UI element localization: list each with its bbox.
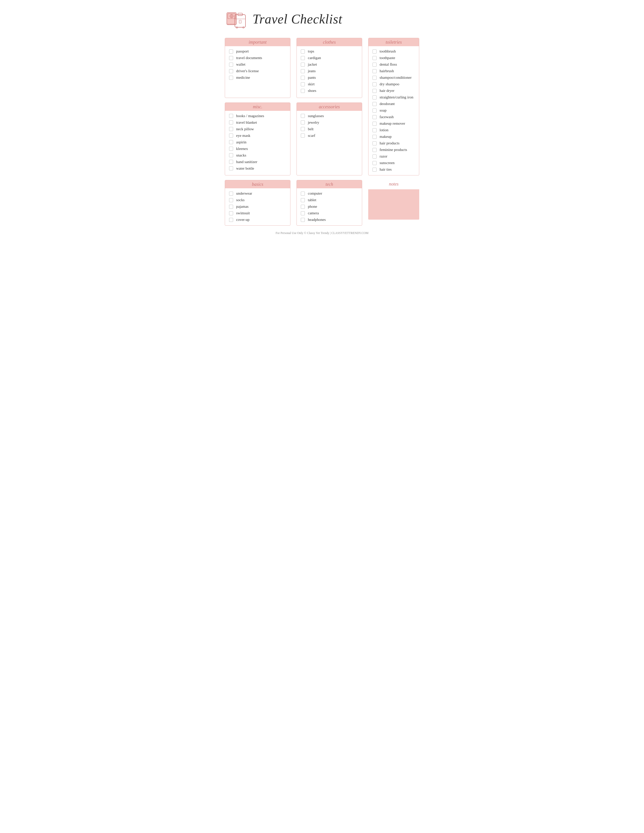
list-item[interactable]: jacket	[301, 62, 358, 67]
checkbox[interactable]	[229, 133, 233, 138]
list-item[interactable]: skirt	[301, 82, 358, 86]
list-item[interactable]: jeans	[301, 69, 358, 73]
checkbox[interactable]	[229, 140, 233, 144]
checkbox[interactable]	[301, 121, 305, 124]
checkbox[interactable]	[301, 56, 305, 60]
checkbox[interactable]	[372, 115, 377, 119]
checkbox[interactable]	[229, 127, 233, 131]
list-item[interactable]: facewash	[372, 115, 415, 119]
checkbox[interactable]	[301, 198, 305, 202]
checkbox[interactable]	[372, 69, 377, 73]
notes-body[interactable]	[368, 189, 419, 220]
checkbox[interactable]	[301, 69, 305, 73]
list-item[interactable]: sunscreen	[372, 161, 415, 165]
list-item[interactable]: hand sanitizer	[229, 160, 286, 164]
list-item[interactable]: driver's license	[229, 69, 286, 73]
checkbox[interactable]	[229, 147, 233, 151]
list-item[interactable]: deodorant	[372, 102, 415, 106]
list-item[interactable]: sunglasses	[301, 114, 358, 118]
checkbox[interactable]	[229, 166, 233, 170]
checkbox[interactable]	[301, 76, 305, 80]
list-item[interactable]: hair ties	[372, 167, 415, 172]
checkbox[interactable]	[372, 135, 377, 139]
list-item[interactable]: kleenex	[229, 147, 286, 151]
list-item[interactable]: hairbrush	[372, 69, 415, 73]
checkbox[interactable]	[301, 114, 305, 118]
list-item[interactable]: scarf	[301, 133, 358, 138]
checkbox[interactable]	[372, 109, 377, 113]
checkbox[interactable]	[301, 133, 305, 138]
checkbox[interactable]	[301, 50, 305, 53]
checkbox[interactable]	[229, 218, 233, 222]
checkbox[interactable]	[372, 56, 377, 60]
list-item[interactable]: passport	[229, 49, 286, 53]
list-item[interactable]: cardigan	[301, 56, 358, 60]
list-item[interactable]: tops	[301, 49, 358, 53]
checkbox[interactable]	[229, 198, 233, 202]
checkbox[interactable]	[301, 218, 305, 222]
checkbox[interactable]	[229, 211, 233, 215]
list-item[interactable]: belt	[301, 127, 358, 131]
list-item[interactable]: tablet	[301, 198, 358, 202]
checkbox[interactable]	[372, 63, 377, 67]
checkbox[interactable]	[372, 128, 377, 132]
list-item[interactable]: medicine	[229, 76, 286, 80]
list-item[interactable]: soap	[372, 108, 415, 113]
list-item[interactable]: swimsuit	[229, 211, 286, 215]
list-item[interactable]: phone	[301, 204, 358, 209]
checkbox[interactable]	[372, 76, 377, 80]
list-item[interactable]: pants	[301, 76, 358, 80]
list-item[interactable]: dry shampoo	[372, 82, 415, 86]
list-item[interactable]: aspirin	[229, 140, 286, 145]
list-item[interactable]: dental floss	[372, 62, 415, 67]
checkbox[interactable]	[229, 205, 233, 209]
list-item[interactable]: lotion	[372, 128, 415, 132]
list-item[interactable]: hair products	[372, 141, 415, 145]
list-item[interactable]: feminine products	[372, 148, 415, 152]
list-item[interactable]: wallet	[229, 62, 286, 67]
checkbox[interactable]	[372, 167, 377, 172]
list-item[interactable]: pajamas	[229, 204, 286, 209]
list-item[interactable]: hair dryer	[372, 88, 415, 93]
list-item[interactable]: eye mask	[229, 133, 286, 138]
checkbox[interactable]	[301, 127, 305, 131]
checkbox[interactable]	[372, 82, 377, 86]
list-item[interactable]: headphones	[301, 217, 358, 222]
checkbox[interactable]	[301, 89, 305, 93]
list-item[interactable]: makeup	[372, 135, 415, 139]
list-item[interactable]: travel blanket	[229, 121, 286, 125]
list-item[interactable]: travel documents	[229, 56, 286, 60]
list-item[interactable]: water bottle	[229, 166, 286, 170]
checkbox[interactable]	[301, 82, 305, 86]
list-item[interactable]: shampoo/conditioner	[372, 76, 415, 80]
checkbox[interactable]	[372, 122, 377, 126]
checkbox[interactable]	[372, 148, 377, 152]
checkbox[interactable]	[229, 121, 233, 124]
checkbox[interactable]	[229, 76, 233, 80]
list-item[interactable]: books / magazines	[229, 114, 286, 118]
checkbox[interactable]	[229, 153, 233, 157]
checkbox[interactable]	[372, 102, 377, 106]
checkbox[interactable]	[229, 114, 233, 118]
list-item[interactable]: shoes	[301, 88, 358, 93]
checkbox[interactable]	[229, 50, 233, 53]
checkbox[interactable]	[229, 63, 233, 67]
checkbox[interactable]	[372, 50, 377, 53]
checkbox[interactable]	[372, 154, 377, 159]
checkbox[interactable]	[372, 161, 377, 165]
list-item[interactable]: razor	[372, 154, 415, 159]
list-item[interactable]: computer	[301, 191, 358, 196]
checkbox[interactable]	[301, 63, 305, 67]
list-item[interactable]: straighten/curling iron	[372, 95, 415, 100]
list-item[interactable]: snacks	[229, 153, 286, 158]
checkbox[interactable]	[301, 211, 305, 215]
checkbox[interactable]	[229, 191, 233, 196]
list-item[interactable]: jewelry	[301, 121, 358, 125]
checkbox[interactable]	[229, 56, 233, 60]
list-item[interactable]: makeup remover	[372, 121, 415, 126]
checkbox[interactable]	[229, 69, 233, 73]
checkbox[interactable]	[372, 95, 377, 100]
list-item[interactable]: toothpaste	[372, 56, 415, 60]
list-item[interactable]: underwear	[229, 191, 286, 196]
list-item[interactable]: toothbrush	[372, 49, 415, 53]
